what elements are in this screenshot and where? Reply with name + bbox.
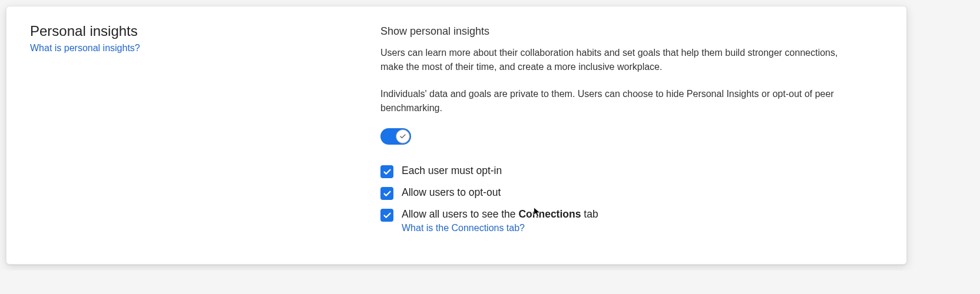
label-bold: Connections bbox=[518, 208, 581, 220]
checkbox-connections-tab[interactable] bbox=[380, 209, 393, 222]
personal-insights-help-link[interactable]: What is personal insights? bbox=[30, 43, 140, 53]
checkbox-label-wrap: Each user must opt-in bbox=[402, 165, 502, 177]
label-suffix: tab bbox=[581, 208, 598, 220]
left-column: Personal insights What is personal insig… bbox=[30, 23, 380, 252]
check-icon bbox=[383, 211, 392, 220]
connections-tab-help-link[interactable]: What is the Connections tab? bbox=[402, 223, 598, 233]
label-prefix: Allow all users to see the bbox=[402, 208, 518, 220]
toggle-knob bbox=[396, 129, 410, 143]
checkbox-opt-in[interactable] bbox=[380, 165, 393, 178]
checkbox-opt-out[interactable] bbox=[380, 187, 393, 200]
checkbox-label-wrap: Allow all users to see the Connections t… bbox=[402, 208, 598, 233]
show-personal-insights-toggle[interactable] bbox=[380, 128, 411, 145]
checkbox-row-connections: Allow all users to see the Connections t… bbox=[380, 208, 883, 233]
checkbox-row-opt-out: Allow users to opt-out bbox=[380, 186, 883, 200]
check-icon bbox=[383, 189, 392, 198]
checkbox-row-opt-in: Each user must opt-in bbox=[380, 165, 883, 178]
section-title: Personal insights bbox=[30, 23, 380, 39]
description-paragraph-1: Users can learn more about their collabo… bbox=[380, 46, 840, 74]
checkbox-list: Each user must opt-in Allow users to opt… bbox=[380, 165, 883, 233]
checkbox-label: Allow all users to see the Connections t… bbox=[402, 208, 598, 220]
checkbox-label-wrap: Allow users to opt-out bbox=[402, 186, 501, 199]
checkbox-label: Each user must opt-in bbox=[402, 165, 502, 177]
check-icon bbox=[399, 133, 406, 140]
settings-card: Personal insights What is personal insig… bbox=[6, 6, 907, 265]
description-paragraph-2: Individuals' data and goals are private … bbox=[380, 87, 840, 115]
right-column: Show personal insights Users can learn m… bbox=[380, 23, 883, 252]
check-icon bbox=[383, 168, 392, 176]
setting-heading: Show personal insights bbox=[380, 25, 883, 38]
checkbox-label: Allow users to opt-out bbox=[402, 186, 501, 199]
